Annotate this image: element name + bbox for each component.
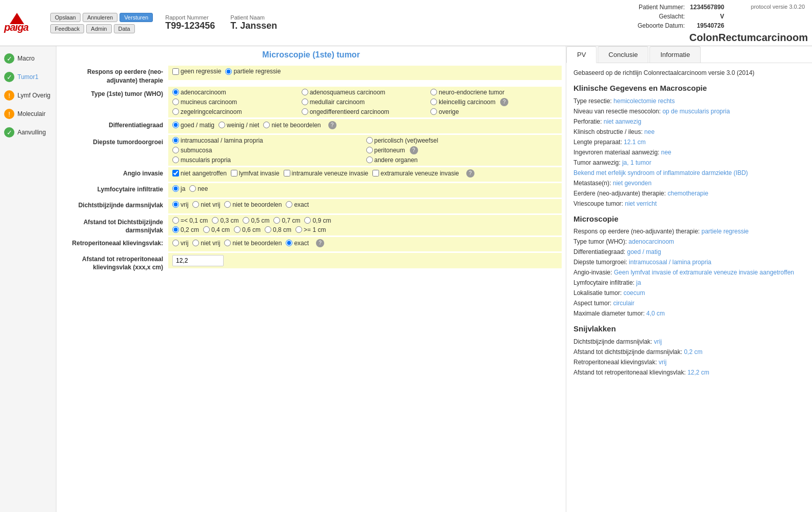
respons-partiele-radio[interactable] xyxy=(225,68,232,75)
metastase: Metastase(n): niet gevonden xyxy=(573,179,805,188)
diff-microscopie: Differentiatiegraad: goed / matig xyxy=(573,247,805,257)
retro-niet-beoordelen[interactable]: niet te beoordelen xyxy=(224,240,282,247)
sidebar-item-tumor1[interactable]: ✓ Tumor1 xyxy=(0,69,56,85)
type-zegelring[interactable]: zegelringcelcarcinoom xyxy=(172,108,300,115)
angio-extramuraal[interactable]: extramurale veneuze invasie xyxy=(372,170,459,177)
type-help-icon[interactable]: ? xyxy=(500,98,508,106)
diepste-help-icon[interactable]: ? xyxy=(410,146,418,154)
dicht-vrij[interactable]: vrij xyxy=(172,201,188,208)
type-kleincellig[interactable]: kleincellig carcinoom ? xyxy=(430,98,558,106)
annuleren-button[interactable]: Annuleren xyxy=(83,13,117,22)
sidebar-item-aanvulling[interactable]: ✓ Aanvulling xyxy=(0,124,56,141)
admin-button[interactable]: Admin xyxy=(86,24,111,33)
respons-geen-checkbox[interactable] xyxy=(172,68,179,75)
angio-intramuraal[interactable]: intramurale veneuze invasie xyxy=(284,170,368,177)
afstand-09[interactable]: 0,9 cm xyxy=(304,217,331,224)
sidebar-item-macro[interactable]: ✓ Macro xyxy=(0,50,56,67)
type-neuro[interactable]: neuro-endocriene tumor xyxy=(430,89,558,96)
tumor-aanwezig: Tumor aanwezig: ja, 1 tumor xyxy=(573,158,805,167)
respons-partiele[interactable]: partiele regressie xyxy=(225,68,281,75)
type-label: Type (1ste) tumor (WHO) xyxy=(61,87,168,99)
lymfo-content: ja nee xyxy=(168,183,562,198)
geboorte-label: Geboorte Datum: xyxy=(636,22,687,30)
type-tumor-microscopie: Type tumor (WHO): adenocarcinoom xyxy=(573,237,805,246)
dicht-niet-beoordelen[interactable]: niet te beoordelen xyxy=(224,201,282,208)
diff-goed[interactable]: goed / matig xyxy=(172,122,214,129)
dicht-exact[interactable]: exact xyxy=(286,201,309,208)
dicht-niet-vrij[interactable]: niet vrij xyxy=(192,201,220,208)
diff-niet[interactable]: niet te beoordelen xyxy=(263,122,321,129)
type-ongediff[interactable]: ongedifferentieerd carcinoom xyxy=(302,108,429,115)
afstand-retro-row: Afstand tot retroperitoneaal klievingsvl… xyxy=(61,253,562,272)
opslaan-button[interactable]: Opslaan xyxy=(50,13,81,22)
respons-microscopie: Respons op eerdere (neo-adjuvante) thera… xyxy=(573,227,805,236)
lymfo-ja[interactable]: ja xyxy=(172,185,185,192)
afstand-08[interactable]: 0,8 cm xyxy=(265,226,291,233)
diff-row: Differentiatiegraad goed / matig weinig … xyxy=(61,119,562,133)
tab-pv[interactable]: PV xyxy=(566,46,597,63)
diff-weinig[interactable]: weinig / niet xyxy=(219,122,259,129)
afstand-07[interactable]: 0,7 cm xyxy=(273,217,300,224)
section-microscopie: Microscopie xyxy=(573,213,805,225)
diepste-andere[interactable]: andere organen xyxy=(366,156,558,164)
afstand-06[interactable]: 0,6 cm xyxy=(234,226,261,233)
retro-label: Retroperitoneaal klievingsvlak: xyxy=(61,237,168,248)
angio-lymfvat[interactable]: lymfvat invasie xyxy=(231,170,280,177)
respons-row: Respons op eerdere (neo-adjuvante) thera… xyxy=(61,66,562,85)
sidebar: ✓ Macro ✓ Tumor1 ! Lymf Overig ! Molecul… xyxy=(0,46,56,512)
lymfo-nee[interactable]: nee xyxy=(189,185,208,192)
angio-help-icon[interactable]: ? xyxy=(466,169,474,178)
klinisch-obstructie: Klinisch obstructie / ileus: nee xyxy=(573,127,805,136)
versturen-button[interactable]: Versturen xyxy=(120,13,153,22)
retro-niet-vrij[interactable]: niet vrij xyxy=(192,240,220,247)
diepste-submucosa[interactable]: submucosa xyxy=(172,146,364,154)
retro-help-icon[interactable]: ? xyxy=(316,239,324,247)
angio-microscopie: Angio-invasie: Geen lymfvat invasie of e… xyxy=(573,268,805,277)
type-adenosquameus[interactable]: adenosquameus carcinoom xyxy=(302,89,429,96)
tab-informatie[interactable]: Informatie xyxy=(649,46,701,63)
retro-snij: Retroperitoneaal klievingsvlak: vrij xyxy=(573,358,805,367)
data-button[interactable]: Data xyxy=(114,24,135,33)
retro-content: vrij niet vrij niet te beoordelen exact … xyxy=(168,237,562,251)
retro-vrij[interactable]: vrij xyxy=(172,240,188,247)
afstand-001[interactable]: =< 0,1 cm xyxy=(172,217,208,224)
diepste-muscularis[interactable]: muscularis propria xyxy=(172,156,364,164)
diff-help-icon[interactable]: ? xyxy=(328,121,336,129)
section-title: Microscopie (1ste) tumor xyxy=(61,50,562,60)
sidebar-item-moleculair[interactable]: ! Moleculair xyxy=(0,106,56,122)
type-content: adenocarcinoom adenosquameus carcinoom n… xyxy=(168,87,562,117)
afstand-02[interactable]: 0,2 cm xyxy=(172,226,199,233)
moleculair-status-icon: ! xyxy=(4,109,14,119)
geslacht-label: Geslacht: xyxy=(636,12,687,21)
diepste-intramuco[interactable]: intramucosaal / lamina propria xyxy=(172,137,364,144)
afstand-04[interactable]: 0,4 cm xyxy=(203,226,230,233)
right-panel: PV Conclusie Informatie Gebaseerd op de … xyxy=(566,46,812,512)
afstand-05[interactable]: 0,5 cm xyxy=(243,217,269,224)
afstand-ge1[interactable]: >= 1 cm xyxy=(295,226,326,233)
geboorte-value: 19540726 xyxy=(688,22,726,30)
aspect-microscopie: Aspect tumor: circulair xyxy=(573,299,805,308)
afstand-retro-input[interactable] xyxy=(172,255,224,266)
diepste-peritoneum[interactable]: peritoneum ? xyxy=(366,146,558,154)
angio-label: Angio invasie xyxy=(61,167,168,178)
eerdere-therapie: Eerdere (neo-adjuvante) therapie: chemot… xyxy=(573,189,805,198)
type-overige[interactable]: overige xyxy=(430,108,558,115)
angio-niet[interactable]: niet aangetroffen xyxy=(172,170,227,177)
afstand-03[interactable]: 0,3 cm xyxy=(212,217,239,224)
perforatie: Perforatie: niet aanwezig xyxy=(573,117,805,126)
type-adenocarcinoom[interactable]: adenocarcinoom xyxy=(172,89,300,96)
tab-conclusie[interactable]: Conclusie xyxy=(598,46,648,63)
lymfo-microscopie: Lymfocytaire infiltratie: ja xyxy=(573,278,805,287)
dicht-row: Dichtstbijzijnde darmsnijvlak vrij niet … xyxy=(61,199,562,213)
lengte-preparaat: Lengte preparaat: 12.1 cm xyxy=(573,137,805,147)
feedback-button[interactable]: Feedback xyxy=(50,24,84,33)
logo: paiga xyxy=(4,13,40,33)
type-mucineus[interactable]: mucineus carcinoom xyxy=(172,98,300,106)
type-medullair[interactable]: medullair carcinoom xyxy=(302,98,429,106)
respons-geen-regressie[interactable]: geen regressie xyxy=(172,68,221,75)
afstand-retro-snij: Afstand tot retroperitoneaal klievingsvl… xyxy=(573,368,805,377)
diepste-pericolisch[interactable]: pericolisch (vet)weefsel xyxy=(366,137,558,144)
retro-exact[interactable]: exact xyxy=(286,240,309,247)
sidebar-item-lymf[interactable]: ! Lymf Overig xyxy=(0,87,56,104)
right-tabs: PV Conclusie Informatie xyxy=(566,46,812,63)
